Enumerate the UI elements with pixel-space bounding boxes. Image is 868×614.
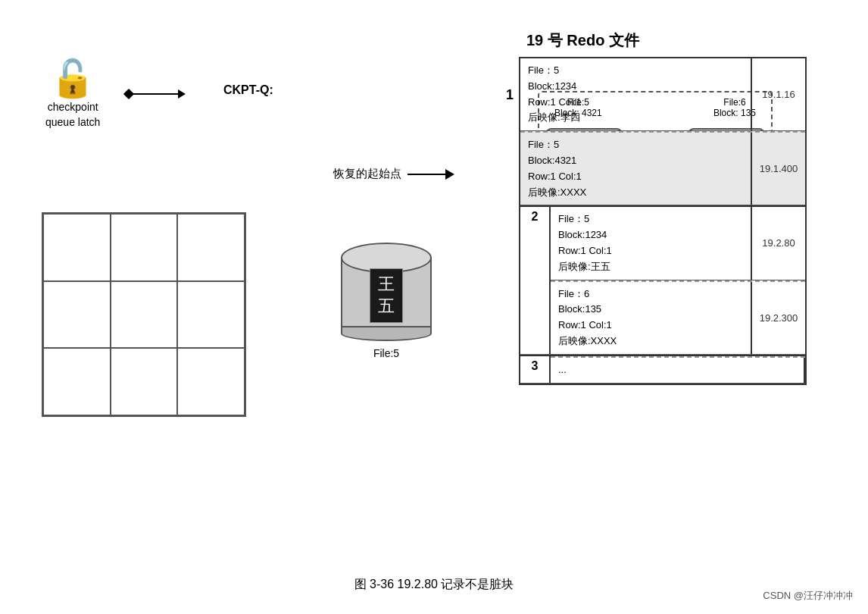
lock-area: 🔓 checkpoint queue latch xyxy=(45,61,100,130)
recovery-row: 恢复的起始点 xyxy=(333,167,454,181)
redo-label-19-2-300: 19.2.300 xyxy=(752,282,805,354)
redo-label-19-2-80: 19.2.80 xyxy=(752,207,805,279)
grid-cell-1-3 xyxy=(177,214,245,281)
redo-line-2: Block:1234 xyxy=(528,79,743,95)
group3-marker-row: 3 ... xyxy=(520,355,805,384)
redo-line-4: 后映像:王五 xyxy=(558,259,743,275)
cylinder-area: 王 五 File:5 xyxy=(341,243,432,359)
redo-content-ellipsis: ... xyxy=(551,358,805,383)
redo-row-19-1-16: File：5 Block:1234 Row:1 Col:1 后映像:李四 19.… xyxy=(520,58,805,131)
grid-row-1 xyxy=(43,214,245,281)
marker-1: 1 xyxy=(506,87,514,103)
group3-content: ... xyxy=(551,356,805,383)
lock-icon: 🔓 xyxy=(50,61,95,97)
grid-row-3 xyxy=(43,348,245,415)
redo-line-1: File：5 xyxy=(528,63,743,79)
recovery-arrow-head xyxy=(445,169,454,180)
redo-line-2: Block:4321 xyxy=(528,153,743,169)
arrow-head xyxy=(178,89,186,99)
main-container: 🔓 checkpoint queue latch CKPT-Q: File:5 … xyxy=(0,0,868,614)
redo-content-19-2-80: File：5 Block:1234 Row:1 Col:1 后映像:王五 xyxy=(551,207,752,279)
redo-ellipsis: ... xyxy=(558,364,567,375)
redo-label-19-1-16: 19.1.16 xyxy=(752,58,805,130)
redo-row-ellipsis: ... xyxy=(551,356,805,383)
redo-table: File：5 Block:1234 Row:1 Col:1 后映像:李四 19.… xyxy=(519,57,807,385)
redo-line-3: Row:1 Col:1 xyxy=(558,318,743,334)
redo-line-1: File：5 xyxy=(558,211,743,227)
grid-cell-2-3 xyxy=(177,281,245,349)
recovery-arrow-line xyxy=(407,174,445,175)
grid-cell-1-1 xyxy=(43,214,111,281)
arrow-line xyxy=(133,93,178,95)
redo-content-19-1-400: File：5 Block:4321 Row:1 Col:1 后映像:XXXX xyxy=(520,133,752,205)
redo-line-3: Row:1 Col:1 xyxy=(528,95,743,111)
recovery-arrow xyxy=(407,169,454,180)
cylinder-bottom xyxy=(341,326,432,341)
grid-cell-3-1 xyxy=(43,348,111,415)
redo-row-19-2-300: File：6 Block:135 Row:1 Col:1 后映像:XXXX 19… xyxy=(551,280,805,354)
csdn-label: CSDN @汪仔冲冲冲 xyxy=(763,589,853,603)
figure-caption: 图 3-36 19.2.80 记录不是脏块 xyxy=(0,577,868,593)
redo-line-4: 后映像:XXXX xyxy=(528,185,743,201)
redo-row-19-2-80: File：5 Block:1234 Row:1 Col:1 后映像:王五 19.… xyxy=(551,207,805,280)
arrow-lock-to-ckpt xyxy=(129,89,186,99)
redo-line-3: Row:1 Col:1 xyxy=(528,169,743,185)
cylinder-file-label: File:5 xyxy=(373,347,399,359)
recovery-label: 恢复的起始点 xyxy=(333,167,401,181)
cylinder: 王 五 xyxy=(341,243,432,341)
grid-cell-3-3 xyxy=(177,348,245,415)
arrow-diamond xyxy=(123,89,134,99)
redo-label-19-1-400: 19.1.400 xyxy=(752,133,805,205)
redo-line-2: Block:135 xyxy=(558,302,743,318)
redo-line-1: File：5 xyxy=(528,137,743,153)
lock-label: checkpoint queue latch xyxy=(45,100,100,130)
grid-cell-3-2 xyxy=(111,348,178,415)
redo-line-4: 后映像:李四 xyxy=(528,110,743,126)
redo-row-19-1-400: File：5 Block:4321 Row:1 Col:1 后映像:XXXX 1… xyxy=(520,131,805,205)
redo-line-2: Block:1234 xyxy=(558,227,743,243)
cylinder-text: 王 五 xyxy=(370,268,403,322)
ckpt-label: CKPT-Q: xyxy=(223,83,273,97)
marker-2: 2 xyxy=(520,207,551,353)
redo-title: 19 号 Redo 文件 xyxy=(519,30,807,51)
grid-cell-2-2 xyxy=(111,281,178,349)
cylinder-content: 王 五 xyxy=(341,265,432,326)
group2-content: File：5 Block:1234 Row:1 Col:1 后映像:王五 19.… xyxy=(551,207,805,353)
redo-line-1: File：6 xyxy=(558,287,743,302)
grid-cell-1-2 xyxy=(111,214,178,281)
memory-grid xyxy=(42,212,246,417)
redo-content-19-1-16: File：5 Block:1234 Row:1 Col:1 后映像:李四 xyxy=(520,58,752,130)
redo-line-3: Row:1 Col:1 xyxy=(558,243,743,259)
redo-line-4: 后映像:XXXX xyxy=(558,334,743,349)
redo-panel: 19 号 Redo 文件 File：5 Block:1234 Row:1 Col… xyxy=(519,30,807,385)
group2-marker-row: 2 File：5 Block:1234 Row:1 Col:1 后映像:王五 1… xyxy=(520,205,805,354)
redo-content-19-2-300: File：6 Block:135 Row:1 Col:1 后映像:XXXX xyxy=(551,282,752,354)
grid-cell-2-1 xyxy=(43,281,111,349)
marker-3: 3 xyxy=(520,356,551,383)
grid-row-2 xyxy=(43,281,245,349)
